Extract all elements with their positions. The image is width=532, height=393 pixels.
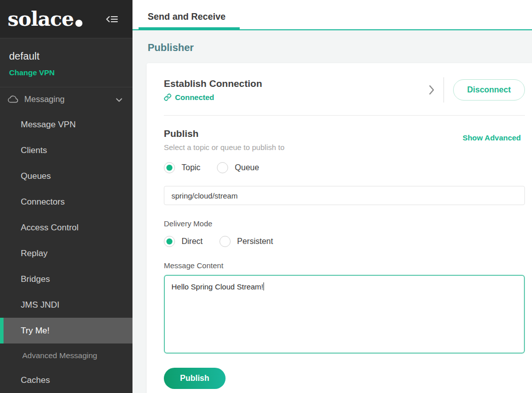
queue-radio-group[interactable]: Queue xyxy=(217,162,259,173)
chevron-down-icon xyxy=(116,95,122,104)
change-vpn-link[interactable]: Change VPN xyxy=(9,68,55,77)
sidebar-item-try-me[interactable]: Try Me! xyxy=(0,318,132,343)
delivery-mode-label: Delivery Mode xyxy=(164,219,525,228)
publisher-card: Establish Connection Connected xyxy=(147,63,532,393)
sidebar-item-replay[interactable]: Replay xyxy=(0,240,132,266)
publish-subtitle: Select a topic or queue to publish to xyxy=(164,143,463,152)
text-caret xyxy=(263,282,264,290)
topic-radio-label[interactable]: Topic xyxy=(182,163,200,172)
direct-radio[interactable] xyxy=(164,236,175,247)
main-area: Send and Receive Publisher Establish Con… xyxy=(132,0,532,393)
current-vpn-name: default xyxy=(9,51,123,62)
sidebar-section-messaging[interactable]: Messaging xyxy=(0,87,132,112)
sidebar-item-queues[interactable]: Queues xyxy=(0,163,132,189)
connection-title: Establish Connection xyxy=(164,78,427,89)
vertical-divider xyxy=(444,77,444,103)
direct-radio-group[interactable]: Direct xyxy=(164,236,203,247)
message-content-label: Message Content xyxy=(164,261,525,270)
solace-logo-text: solace xyxy=(8,9,74,29)
message-content-textarea[interactable]: Hello Spring Cloud Stream! xyxy=(164,275,525,354)
persistent-radio-group[interactable]: Persistent xyxy=(219,236,273,247)
disconnect-button[interactable]: Disconnect xyxy=(453,79,525,101)
connection-status-text: Connected xyxy=(175,93,214,102)
delivery-mode-radio-row: Direct Persistent xyxy=(164,236,525,247)
destination-radio-row: Topic Queue xyxy=(164,162,525,173)
show-advanced-link[interactable]: Show Advanced xyxy=(463,133,521,152)
sidebar-item-message-vpn[interactable]: Message VPN xyxy=(0,112,132,137)
tab-send-and-receive[interactable]: Send and Receive xyxy=(139,12,240,29)
cloud-icon xyxy=(8,95,19,103)
sidebar-item-connectors[interactable]: Connectors xyxy=(0,189,132,215)
page-title: Publisher xyxy=(148,42,532,54)
queue-radio[interactable] xyxy=(217,162,228,173)
topic-radio-group[interactable]: Topic xyxy=(164,162,200,173)
sidebar-item-access-control[interactable]: Access Control xyxy=(0,215,132,240)
solace-logo-dot-icon xyxy=(75,20,82,27)
sidebar-header: solace xyxy=(0,0,132,38)
tab-bar: Send and Receive xyxy=(132,0,532,30)
sidebar-nav: Message VPN Clients Queues Connectors Ac… xyxy=(0,112,132,393)
sidebar-item-bridges[interactable]: Bridges xyxy=(0,266,132,292)
topic-input[interactable] xyxy=(164,186,525,205)
connection-row: Establish Connection Connected xyxy=(164,77,525,103)
connection-status: Connected xyxy=(164,93,427,102)
sidebar-item-jms-jndi[interactable]: JMS JNDI xyxy=(0,292,132,318)
publish-header: Publish Select a topic or queue to publi… xyxy=(164,128,525,152)
vpn-block: default Change VPN xyxy=(0,38,132,87)
sidebar: solace default Change VPN Messaging xyxy=(0,0,132,393)
solace-logo[interactable]: solace xyxy=(8,9,82,29)
topic-radio[interactable] xyxy=(164,162,175,173)
sidebar-item-clients[interactable]: Clients xyxy=(0,137,132,163)
queue-radio-label[interactable]: Queue xyxy=(235,163,259,172)
publish-title: Publish xyxy=(164,128,463,139)
link-icon xyxy=(164,93,171,101)
sidebar-section-label: Messaging xyxy=(24,94,116,104)
persistent-radio[interactable] xyxy=(219,236,231,247)
connection-info: Establish Connection Connected xyxy=(164,78,427,102)
publish-button[interactable]: Publish xyxy=(164,368,226,389)
sidebar-item-advanced-messaging[interactable]: Advanced Messaging xyxy=(0,343,132,367)
collapse-sidebar-icon[interactable] xyxy=(105,15,118,24)
expand-connection-chevron-icon[interactable] xyxy=(427,83,436,97)
message-content-value: Hello Spring Cloud Stream! xyxy=(171,282,263,291)
sidebar-item-caches[interactable]: Caches xyxy=(0,367,132,393)
publisher-panel: Publisher Establish Connection Connected xyxy=(132,30,532,393)
direct-radio-label[interactable]: Direct xyxy=(182,237,203,246)
section-divider xyxy=(164,115,525,116)
publish-titles: Publish Select a topic or queue to publi… xyxy=(164,128,463,152)
persistent-radio-label[interactable]: Persistent xyxy=(237,237,273,246)
